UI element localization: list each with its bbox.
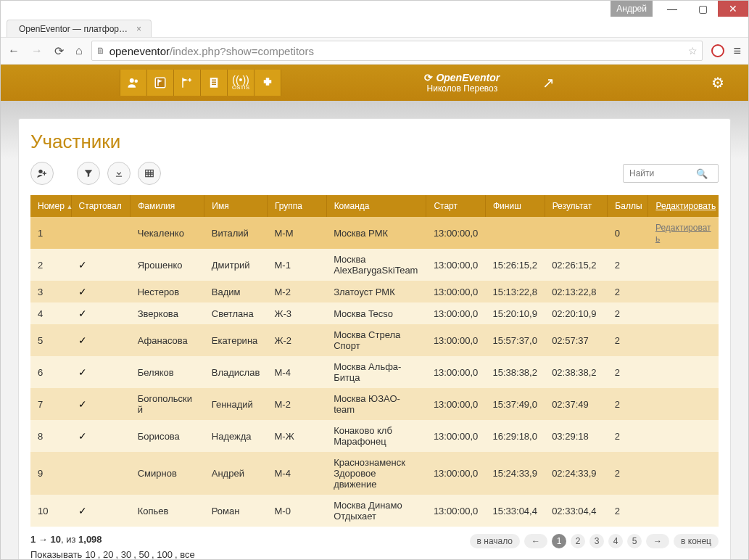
page-number-button[interactable]: 5	[627, 534, 642, 548]
page-number-button[interactable]: 3	[589, 534, 604, 548]
page-prev-button[interactable]: ←	[524, 534, 547, 548]
cell-lastname: Богопольский	[131, 388, 204, 420]
url-host: openeventor	[109, 45, 170, 57]
cell-started: ✓	[71, 356, 131, 388]
cell-points: 2	[608, 452, 648, 495]
col-lastname[interactable]: Фамилия	[131, 195, 204, 217]
col-points[interactable]: Баллы	[608, 195, 648, 217]
cell-edit	[648, 356, 719, 388]
col-finish[interactable]: Финиш	[486, 195, 545, 217]
page-title: Участники	[30, 131, 719, 153]
cell-finish: 15:38:38,2	[486, 356, 545, 388]
window-maximize-button[interactable]: ▢	[687, 1, 718, 17]
col-start[interactable]: Старт	[426, 195, 486, 217]
cell-start: 13:00:00,0	[426, 452, 486, 495]
cell-lastname: Смирнов	[131, 452, 204, 495]
cell-points: 2	[608, 420, 648, 452]
pagesize-option[interactable]: 30	[121, 549, 131, 559]
cell-finish: 15:24:33,9	[486, 452, 545, 495]
table-row[interactable]: 10✓КопьевРоманМ-0Москва Динамо Отдыхает1…	[30, 495, 719, 527]
cell-group: М-М	[268, 217, 327, 249]
cell-start: 13:00:00,0	[426, 249, 486, 281]
chrome-menu-icon[interactable]: ≡	[733, 44, 741, 59]
table-row[interactable]: 3✓НестеровВадимМ-2Златоуст РМК13:00:00,0…	[30, 281, 719, 302]
col-firstname[interactable]: Имя	[204, 195, 268, 217]
table-view-button[interactable]	[138, 162, 161, 185]
tab-title: OpenEventor — платфор…	[19, 24, 128, 34]
cell-edit	[648, 495, 719, 527]
pagesize-option[interactable]: 10	[85, 549, 95, 559]
col-group[interactable]: Группа	[268, 195, 327, 217]
window-minimize-button[interactable]: —	[657, 1, 687, 17]
cell-group: М-2	[268, 281, 327, 302]
page-first-button[interactable]: в начало	[470, 534, 520, 548]
edit-link[interactable]: Редактировать	[655, 223, 711, 244]
bookmark-star-icon[interactable]: ☆	[688, 45, 698, 57]
table-row[interactable]: 9СмирновАндрейМ-4Краснознаменск Здоровое…	[30, 452, 719, 495]
col-team[interactable]: Команда	[326, 195, 426, 217]
table-row[interactable]: 8✓БорисоваНадеждаМ-ЖКонаково клб Марафон…	[30, 420, 719, 452]
table-row[interactable]: 4✓ЗверковаСветланаЖ-3Москва Tecso13:00:0…	[30, 302, 719, 324]
cell-result: 02:38:38,2	[545, 356, 608, 388]
tab-close-icon[interactable]: ×	[136, 24, 141, 34]
pagesize-option[interactable]: 20	[103, 549, 113, 559]
cell-group: Ж-3	[268, 302, 327, 324]
nav-back-icon[interactable]: ←	[8, 44, 20, 58]
cell-result: 02:57:37	[545, 324, 608, 356]
page-number-button[interactable]: 4	[608, 534, 623, 548]
os-user-badge[interactable]: Андрей	[611, 1, 653, 17]
range-info: 1 → 10, из 1,098	[30, 534, 199, 545]
check-icon: ✓	[78, 398, 87, 410]
toolbar-flag-button[interactable]	[147, 70, 174, 96]
table-row[interactable]: 2✓ЯрошенкоДмитрийМ-1Москва AlexBarygaSki…	[30, 249, 719, 281]
download-button[interactable]	[107, 162, 131, 185]
toolbar-ostis-button[interactable]: ((•)) OSTIS	[228, 70, 255, 96]
cell-firstname: Вадим	[204, 281, 268, 302]
cell-firstname: Светлана	[204, 302, 268, 324]
page-last-button[interactable]: в конец	[674, 534, 719, 548]
nav-reload-icon[interactable]: ⟳	[54, 44, 64, 58]
cell-firstname: Андрей	[204, 452, 268, 495]
cell-firstname: Екатерина	[204, 324, 268, 356]
table-row[interactable]: 6✓БеляковВладиславМ-4Москва Альфа-Битца1…	[30, 356, 719, 388]
cell-finish: 15:20:10,9	[486, 302, 545, 324]
pagesize-option[interactable]: 100	[157, 549, 173, 559]
table-row[interactable]: 5✓АфанасоваЕкатеринаЖ-2Москва Стрела Спо…	[30, 324, 719, 356]
check-icon: ✓	[78, 259, 87, 271]
toolbar-plugin-button[interactable]	[255, 70, 281, 96]
cell-number: 2	[30, 249, 71, 281]
cell-edit	[648, 249, 719, 281]
cell-lastname: Чекаленко	[131, 217, 204, 249]
toolbar-competitors-button[interactable]	[120, 70, 147, 96]
search-field[interactable]	[628, 168, 696, 179]
table-row[interactable]: 1ЧекаленкоВиталийМ-ММосква РМК13:00:00,0…	[30, 217, 719, 249]
page-number-button[interactable]: 1	[552, 534, 566, 548]
page-next-button[interactable]: →	[646, 534, 669, 548]
address-bar[interactable]: 🗎 openeventor/index.php?show=competitors…	[91, 41, 703, 61]
toolbar-flag-plus-button[interactable]	[174, 70, 201, 96]
cell-finish: 15:37:49,0	[486, 388, 545, 420]
pagesize-option[interactable]: 50	[138, 549, 149, 559]
cell-started: ✓	[71, 281, 131, 302]
browser-tab[interactable]: OpenEventor — платфор… ×	[7, 20, 152, 37]
page-number-button[interactable]: 2	[571, 534, 585, 548]
col-number[interactable]: Номер	[30, 195, 71, 217]
add-competitor-button[interactable]	[30, 162, 54, 185]
toolbar-document-button[interactable]	[201, 70, 228, 96]
pagesize-option[interactable]: все	[180, 549, 195, 559]
table-row[interactable]: 7✓БогопольскийГеннадийМ-2Москва ЮЗАО-tea…	[30, 388, 719, 420]
col-result[interactable]: Результат	[545, 195, 608, 217]
cell-team: Москва AlexBarygaSkiTeam	[326, 249, 426, 281]
external-link-icon[interactable]: ↗	[536, 74, 562, 91]
window-close-button[interactable]: ✕	[718, 1, 748, 17]
col-started[interactable]: Стартовал	[71, 195, 131, 217]
nav-home-icon[interactable]: ⌂	[75, 44, 83, 58]
cell-finish: 15:26:15,2	[486, 249, 545, 281]
filter-button[interactable]	[77, 162, 100, 185]
search-input[interactable]: 🔍	[623, 164, 719, 183]
svg-rect-6	[146, 170, 154, 176]
cell-started: ✓	[71, 324, 131, 356]
cell-points: 2	[608, 249, 648, 281]
settings-gear-icon[interactable]: ⚙	[705, 74, 731, 91]
adblock-icon[interactable]	[711, 44, 724, 57]
